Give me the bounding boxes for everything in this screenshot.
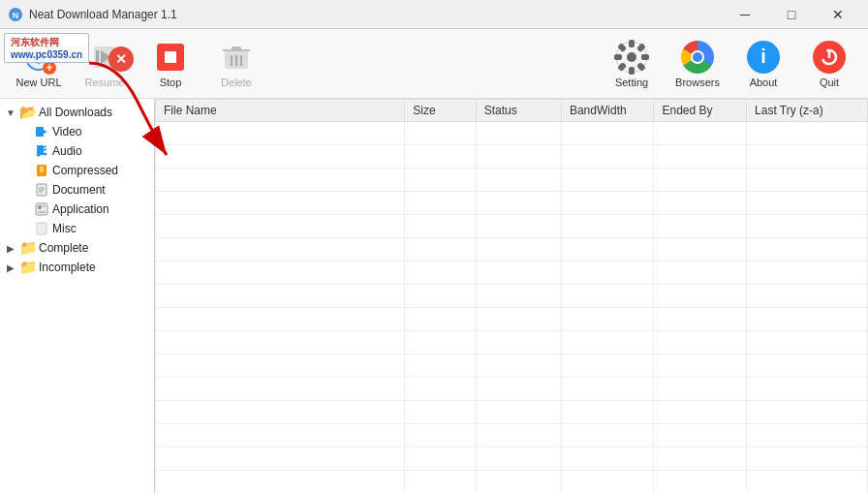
incomplete-label: Incomplete	[39, 261, 96, 274]
col-size[interactable]: Size	[405, 100, 477, 122]
sidebar-item-incomplete[interactable]: ▶ 📁 Incomplete	[0, 258, 154, 277]
svg-line-30	[44, 146, 46, 147]
sidebar-item-complete[interactable]: ▶ 📁 Complete	[0, 238, 154, 258]
compressed-label: Compressed	[52, 164, 118, 177]
svg-line-31	[44, 149, 46, 150]
svg-rect-46	[37, 223, 46, 234]
close-button[interactable]: ✕	[816, 0, 860, 29]
empty-row	[156, 354, 868, 378]
table-wrapper: File Name Size Status BandWidth Ended By…	[155, 99, 868, 493]
quit-label: Quit	[820, 77, 839, 88]
sidebar-item-application[interactable]: Application	[14, 200, 154, 219]
audio-label: Audio	[52, 144, 82, 158]
empty-row	[156, 122, 868, 145]
empty-row	[156, 378, 868, 401]
all-downloads-label: All Downloads	[39, 106, 112, 119]
col-bandwidth[interactable]: BandWidth	[561, 100, 654, 122]
empty-row	[156, 145, 868, 169]
col-status[interactable]: Status	[476, 100, 561, 122]
minimize-button[interactable]: ─	[723, 0, 767, 29]
video-label: Video	[52, 125, 81, 139]
svg-point-33	[44, 153, 47, 156]
col-file-name[interactable]: File Name	[156, 100, 405, 122]
resume-button[interactable]: Resume	[74, 33, 136, 95]
power-icon	[813, 41, 846, 74]
expand-placeholder	[17, 183, 31, 197]
title-bar-left: N Neat Download Manager 1.1	[8, 7, 177, 22]
sidebar-item-document[interactable]: Document	[14, 180, 154, 200]
setting-icon	[614, 40, 649, 75]
resume-icon	[87, 40, 122, 75]
expand-placeholder	[17, 164, 31, 177]
browsers-label: Browsers	[675, 77, 720, 88]
toolbar: 河东软件网 www.pc0359.cn ✕ + New URL	[0, 29, 868, 99]
svg-point-16	[627, 52, 636, 62]
toolbar-right: Setting Browsers i About	[601, 33, 860, 95]
svg-marker-28	[44, 130, 47, 134]
sidebar-item-misc[interactable]: Misc	[14, 219, 154, 238]
svg-rect-34	[37, 165, 46, 176]
new-url-icon: +	[21, 40, 56, 75]
sidebar-item-audio[interactable]: Audio	[14, 141, 154, 161]
stop-square	[157, 44, 184, 71]
empty-row	[156, 331, 868, 354]
about-button[interactable]: i About	[732, 33, 794, 95]
application-label: Application	[52, 202, 109, 216]
empty-row	[156, 215, 868, 238]
empty-row	[156, 238, 868, 262]
audio-icon	[34, 143, 49, 159]
new-url-button[interactable]: + New URL	[8, 33, 70, 95]
col-ended-by[interactable]: Ended By	[654, 100, 747, 122]
svg-rect-17	[629, 40, 635, 47]
application-icon	[34, 201, 49, 217]
app-title: Neat Download Manager 1.1	[29, 8, 177, 21]
sidebar-item-compressed[interactable]: Compressed	[14, 161, 154, 180]
title-bar: N Neat Download Manager 1.1 ─ □ ✕	[0, 0, 868, 29]
resume-label: Resume	[85, 77, 125, 88]
misc-label: Misc	[52, 222, 77, 235]
svg-rect-29	[37, 145, 44, 155]
empty-row	[156, 285, 868, 308]
quit-button[interactable]: Quit	[798, 33, 860, 95]
expand-icon-incomplete: ▶	[4, 261, 17, 274]
svg-rect-43	[38, 205, 42, 209]
empty-row	[156, 308, 868, 331]
svg-rect-42	[36, 203, 47, 215]
delete-icon	[219, 40, 254, 75]
svg-rect-23	[614, 54, 622, 60]
col-last-try[interactable]: Last Try (z-a)	[747, 100, 868, 122]
svg-rect-21	[629, 67, 635, 75]
browsers-button[interactable]: Browsers	[666, 33, 728, 95]
about-icon: i	[746, 40, 781, 75]
svg-rect-19	[641, 54, 649, 60]
chrome-icon	[681, 41, 714, 74]
folder-open-icon: 📂	[20, 105, 36, 120]
sidebar-item-all-downloads[interactable]: ▼ 📂 All Downloads	[0, 103, 154, 122]
svg-rect-44	[43, 205, 46, 207]
svg-rect-45	[38, 211, 46, 213]
setting-label: Setting	[615, 77, 648, 88]
quit-icon	[812, 40, 847, 75]
empty-row	[156, 192, 868, 215]
folder-incomplete-icon: 📁	[20, 260, 36, 275]
svg-rect-27	[36, 127, 44, 137]
setting-button[interactable]: Setting	[601, 33, 663, 95]
downloads-table: File Name Size Status BandWidth Ended By…	[155, 99, 868, 493]
expand-placeholder	[17, 125, 31, 139]
header-row: File Name Size Status BandWidth Ended By…	[156, 100, 868, 122]
maximize-button[interactable]: □	[769, 0, 814, 29]
delete-button[interactable]: Delete	[205, 33, 267, 95]
plus-icon: +	[43, 61, 56, 75]
about-label: About	[750, 77, 778, 88]
app-icon: N	[8, 7, 23, 22]
main-area: ▼ 📂 All Downloads Video	[0, 99, 868, 493]
svg-rect-7	[96, 50, 99, 64]
stop-button[interactable]: Stop	[140, 33, 202, 95]
expand-placeholder	[17, 202, 31, 216]
sidebar-item-video[interactable]: Video	[14, 122, 154, 141]
all-downloads-children: Video Audio	[0, 122, 154, 238]
chrome-core	[693, 52, 702, 62]
new-url-label: New URL	[16, 77, 61, 88]
table-header: File Name Size Status BandWidth Ended By…	[156, 100, 868, 122]
stop-label: Stop	[160, 77, 182, 88]
